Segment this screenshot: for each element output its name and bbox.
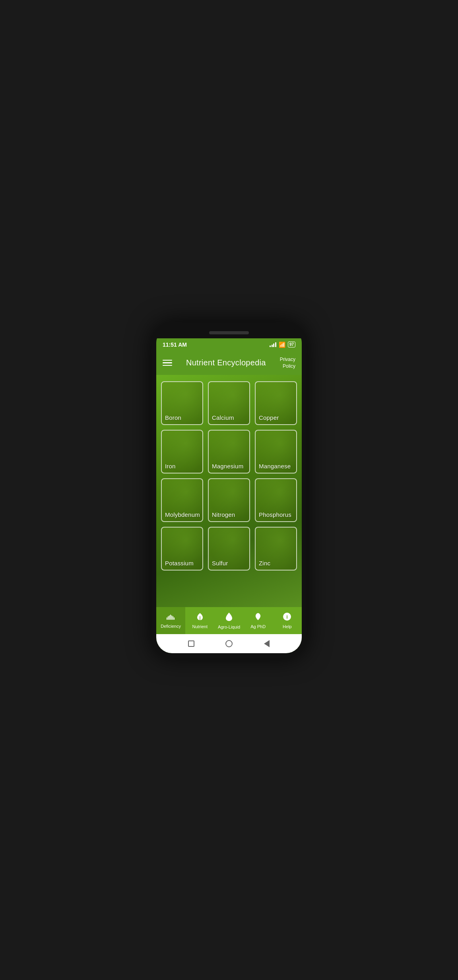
- svg-rect-2: [169, 615, 170, 620]
- nutrient-row-3: Molybdenum Nitrogen Phosphorus: [161, 478, 297, 522]
- nutrient-card-sulfur[interactable]: Sulfur: [208, 527, 250, 571]
- system-nav: [156, 634, 302, 653]
- battery-indicator: 97: [288, 342, 295, 347]
- screen: 11:51 AM 📶 97: [156, 338, 302, 653]
- nutrient-card-zinc[interactable]: Zinc: [255, 527, 297, 571]
- notch: [209, 331, 249, 334]
- nutrient-card-calcium[interactable]: Calcium: [208, 381, 250, 425]
- app-bar: Nutrient Encyclopedia Privacy Policy: [156, 351, 302, 375]
- nav-nutrient-label: Nutrient: [192, 624, 208, 629]
- home-icon: [225, 640, 233, 647]
- back-button[interactable]: [187, 640, 195, 648]
- bottom-nav: Deficiency Nutrient: [156, 607, 302, 634]
- nutrient-row-1: Boron Calcium Copper: [161, 381, 297, 425]
- nutrient-card-nitrogen[interactable]: Nitrogen: [208, 478, 250, 522]
- nutrient-card-copper[interactable]: Copper: [255, 381, 297, 425]
- nutrient-row-4: Potassium Sulfur Zinc: [161, 527, 297, 571]
- nutrient-card-phosphorus[interactable]: Phosphorus: [255, 478, 297, 522]
- svg-rect-6: [174, 617, 175, 620]
- nutrient-icon: [196, 612, 204, 623]
- nutrient-card-molybdenum[interactable]: Molybdenum: [161, 478, 203, 522]
- extra-space: [161, 575, 297, 601]
- wifi-icon: 📶: [279, 342, 285, 348]
- svg-rect-0: [167, 617, 167, 620]
- nutrient-row-2: Iron Magnesium Manganese: [161, 430, 297, 474]
- notch-bar: [156, 327, 302, 338]
- recents-icon: [188, 640, 194, 647]
- agro-liquid-icon: [225, 612, 233, 624]
- back-icon: [264, 640, 270, 647]
- nav-help[interactable]: i Help: [273, 607, 302, 634]
- svg-rect-1: [168, 616, 169, 620]
- svg-text:i: i: [287, 614, 288, 620]
- menu-button[interactable]: [163, 360, 172, 366]
- status-bar: 11:51 AM 📶 97: [156, 338, 302, 351]
- recents-button[interactable]: [263, 640, 271, 648]
- ag-phd-icon: [254, 612, 262, 623]
- nav-help-label: Help: [283, 624, 292, 629]
- phone-inner: 11:51 AM 📶 97: [156, 327, 302, 653]
- main-content: Boron Calcium Copper Iron Magnesium: [156, 375, 302, 607]
- nutrient-card-magnesium[interactable]: Magnesium: [208, 430, 250, 474]
- phone-frame: 11:51 AM 📶 97: [151, 322, 307, 658]
- signal-icon: [270, 342, 276, 347]
- nutrient-card-iron[interactable]: Iron: [161, 430, 203, 474]
- app-title: Nutrient Encyclopedia: [186, 358, 266, 367]
- svg-rect-3: [170, 615, 171, 620]
- nutrient-card-boron[interactable]: Boron: [161, 381, 203, 425]
- svg-rect-4: [171, 615, 172, 620]
- status-time: 11:51 AM: [163, 342, 187, 348]
- privacy-policy-button[interactable]: Privacy Policy: [280, 356, 295, 370]
- nav-deficiency-label: Deficiency: [161, 624, 181, 629]
- nav-ag-phd-label: Ag PhD: [250, 624, 266, 629]
- help-icon: i: [283, 612, 291, 623]
- svg-rect-5: [173, 616, 173, 620]
- status-icons: 📶 97: [270, 342, 295, 348]
- nav-agro-liquid[interactable]: Agro-Liquid: [214, 607, 243, 634]
- nav-agro-liquid-label: Agro-Liquid: [218, 625, 240, 629]
- deficiency-icon: [166, 613, 176, 623]
- nutrient-card-manganese[interactable]: Manganese: [255, 430, 297, 474]
- nutrient-card-potassium[interactable]: Potassium: [161, 527, 203, 571]
- home-button[interactable]: [225, 640, 233, 648]
- nav-nutrient[interactable]: Nutrient: [185, 607, 214, 634]
- nav-ag-phd[interactable]: Ag PhD: [244, 607, 273, 634]
- nav-deficiency[interactable]: Deficiency: [156, 607, 185, 634]
